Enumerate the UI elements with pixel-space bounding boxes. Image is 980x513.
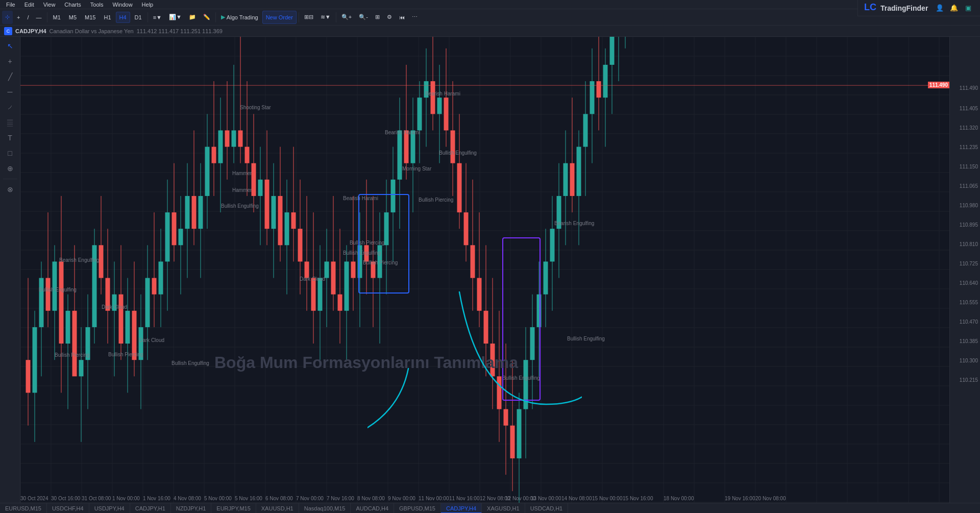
tab-eurjpy-m15[interactable]: EURJPY,M15	[211, 503, 256, 514]
tab-xagusd-h1[interactable]: XAGUSD,H1	[482, 503, 525, 514]
tab-eurusd-m15[interactable]: EURUSD,M15	[0, 503, 47, 514]
tf-m15[interactable]: M15	[81, 12, 99, 23]
symbol-description: Canadian Dollar vs Japanese Yen	[50, 28, 134, 34]
horizontal-line-top	[20, 85, 949, 86]
tf-h1[interactable]: H1	[100, 12, 114, 23]
price-level-3: 111.235	[960, 144, 978, 150]
menu-view[interactable]: View	[39, 0, 60, 9]
logo-icon: LC	[864, 2, 876, 14]
left-sep	[3, 179, 17, 179]
tf-h4[interactable]: H4	[116, 12, 130, 23]
trendline-left-btn[interactable]: ╱	[2, 69, 18, 84]
indicators-btn[interactable]: 📊▼	[166, 11, 185, 24]
magnet-left-btn[interactable]: ⊗	[2, 182, 18, 197]
price-level-4: 111.150	[960, 164, 978, 169]
fib-left-btn[interactable]: 𝄛	[2, 115, 18, 130]
main-content: ↖ + ╱ ─ ⟋ 𝄛 T □ ⊕ ⊗ Shooting Star Hammer…	[0, 37, 980, 503]
object-tree-btn[interactable]: ⚙	[384, 11, 395, 24]
price-level-9: 110.725	[960, 261, 978, 266]
logo-area: LC TradingFinder 👤 🔔 ▣	[857, 0, 980, 16]
crosshair-left-btn[interactable]: +	[2, 54, 18, 68]
split-btn[interactable]: ⊞	[372, 11, 383, 24]
tab-gbpusd-m15[interactable]: GBPUSD,M15	[394, 503, 441, 514]
symbol-ohlc: 111.412 111.417 111.251 111.369	[137, 28, 223, 34]
algo-trading-btn[interactable]: ▶ Algo Trading	[218, 11, 261, 24]
price-level-1: 111.405	[960, 106, 978, 111]
price-level-2: 111.320	[960, 125, 978, 131]
tab-nasdaq-m15[interactable]: Nasdaq100,M15	[299, 503, 351, 514]
price-scale: 111.490 111.405 111.320 111.235 111.150 …	[949, 37, 980, 503]
price-level-11: 110.555	[960, 300, 978, 305]
replay-btn[interactable]: ⏮	[396, 11, 408, 24]
chart-type[interactable]: ≡▼	[150, 11, 165, 24]
menu-tools[interactable]: Tools	[86, 0, 108, 9]
text-left-btn[interactable]: T	[2, 131, 18, 145]
notification-icon[interactable]: 🔔	[948, 3, 960, 14]
toolbar: ⊹ + / — M1 M5 M15 H1 H4 D1 ≡▼ 📊▼ 📁 ✏️ ▶ …	[0, 9, 980, 26]
tab-audcad-h4[interactable]: AUDCAD,H4	[351, 503, 394, 514]
tab-usdchf-h4[interactable]: USDCHF,H4	[47, 503, 89, 514]
tab-nzdjpy-h1[interactable]: NZDJPY,H1	[171, 503, 211, 514]
sep1	[47, 12, 47, 22]
tab-usdcad-h1[interactable]: USDCAD,H1	[525, 503, 569, 514]
price-level-8: 110.810	[960, 241, 978, 247]
user-icon[interactable]: 👤	[934, 3, 945, 14]
current-price-box: 111.490	[928, 82, 949, 88]
menu-bar: File Edit View Charts Tools Window Help …	[0, 0, 980, 9]
price-level-13: 110.385	[960, 338, 978, 344]
price-111490: 111.490	[960, 85, 978, 91]
menu-edit[interactable]: Edit	[20, 0, 38, 9]
price-level-12: 110.470	[960, 319, 978, 325]
symbol-icon: C	[4, 27, 12, 35]
menu-window[interactable]: Window	[108, 0, 136, 9]
one-click-btn[interactable]: ⊞⊟	[301, 11, 316, 24]
shapes-left-btn[interactable]: □	[2, 146, 18, 160]
hline-left-btn[interactable]: ─	[2, 85, 18, 99]
more-tools-btn[interactable]: ⋯	[409, 11, 421, 24]
cursor-left-btn[interactable]: ↖	[2, 39, 18, 53]
price-level-6: 110.980	[960, 203, 978, 208]
zoom-out-btn[interactable]: 🔍-	[356, 11, 371, 24]
status-icon[interactable]: ▣	[963, 3, 974, 14]
chart-area[interactable]: Shooting Star Hammer Hammer Bullish Engu…	[20, 37, 949, 503]
zoom-left-btn[interactable]: ⊕	[2, 161, 18, 176]
line-tool[interactable]: /	[24, 11, 32, 24]
symbol-bar: C CADJPY,H4 Canadian Dollar vs Japanese …	[0, 26, 980, 37]
hline-tool[interactable]: —	[33, 11, 45, 24]
price-level-7: 110.895	[960, 222, 978, 228]
sep2	[148, 12, 148, 22]
chart-canvas[interactable]	[20, 37, 949, 503]
menu-file[interactable]: File	[2, 0, 19, 9]
tab-xauusd-h1[interactable]: XAUUSD,H1	[256, 503, 299, 514]
tab-usdjpy-h4[interactable]: USDJPY,H4	[89, 503, 130, 514]
channel-left-btn[interactable]: ⟋	[2, 100, 18, 114]
menu-charts[interactable]: Charts	[60, 0, 85, 9]
chart-mode-btn[interactable]: ≋▼	[317, 11, 334, 24]
new-order-btn[interactable]: New Order	[262, 11, 297, 24]
tf-m1[interactable]: M1	[50, 12, 64, 23]
left-toolbar: ↖ + ╱ ─ ⟋ 𝄛 T □ ⊕ ⊗	[0, 37, 20, 503]
menu-help[interactable]: Help	[138, 0, 158, 9]
price-level-5: 111.065	[960, 183, 978, 189]
tf-m5[interactable]: M5	[65, 12, 80, 23]
symbol-name[interactable]: CADJPY,H4	[15, 28, 46, 34]
sep3	[215, 12, 216, 22]
price-level-10: 110.640	[960, 280, 978, 286]
tf-d1[interactable]: D1	[131, 12, 145, 23]
drawing-tool[interactable]: ✏️	[200, 11, 213, 24]
templates-btn[interactable]: 📁	[186, 11, 199, 24]
crosshair-tool[interactable]: +	[14, 11, 23, 24]
bottom-bar: EURUSD,M15 USDCHF,H4 USDJPY,H4 CADJPY,H1…	[0, 503, 980, 513]
price-level-15: 110.215	[960, 377, 978, 383]
logo-text: TradingFinder	[880, 4, 928, 12]
tab-cadjpy-h4[interactable]: CADJPY,H4	[441, 503, 482, 514]
zoom-in-btn[interactable]: 🔍+	[338, 11, 355, 24]
cursor-tool[interactable]: ⊹	[2, 11, 13, 24]
tab-cadjpy-h1[interactable]: CADJPY,H1	[130, 503, 171, 514]
sep4	[299, 12, 299, 22]
price-level-14: 110.300	[960, 358, 978, 363]
sep5	[336, 12, 336, 22]
